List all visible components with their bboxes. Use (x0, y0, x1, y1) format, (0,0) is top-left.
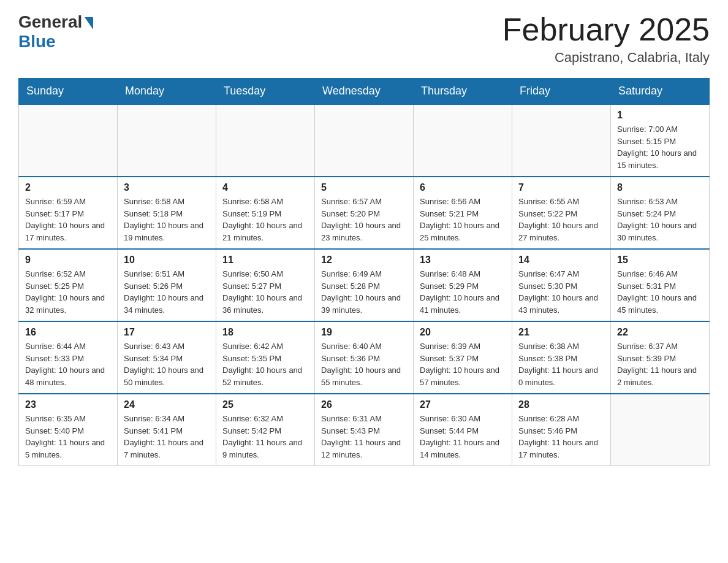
title-section: February 2025 Capistrano, Calabria, Ital… (502, 12, 710, 66)
calendar-header-row: SundayMondayTuesdayWednesdayThursdayFrid… (19, 79, 710, 105)
day-info: Sunrise: 6:34 AMSunset: 5:41 PMDaylight:… (124, 413, 210, 461)
calendar-cell (216, 104, 315, 177)
day-info: Sunrise: 6:30 AMSunset: 5:44 PMDaylight:… (420, 413, 506, 461)
day-info: Sunrise: 6:44 AMSunset: 5:33 PMDaylight:… (25, 340, 111, 388)
logo-general-text: General (18, 12, 82, 32)
day-number: 5 (321, 182, 407, 193)
page-header: General Blue February 2025 Capistrano, C… (18, 12, 710, 66)
calendar-cell: 23Sunrise: 6:35 AMSunset: 5:40 PMDayligh… (19, 394, 118, 466)
day-number: 25 (222, 399, 308, 410)
day-number: 20 (420, 327, 506, 338)
calendar-cell (315, 104, 414, 177)
calendar-cell: 28Sunrise: 6:28 AMSunset: 5:46 PMDayligh… (512, 394, 611, 466)
calendar-cell: 5Sunrise: 6:57 AMSunset: 5:20 PMDaylight… (315, 177, 414, 249)
day-info: Sunrise: 6:59 AMSunset: 5:17 PMDaylight:… (25, 196, 111, 243)
day-number: 28 (518, 399, 604, 410)
day-number: 6 (420, 182, 506, 193)
calendar-week-row: 23Sunrise: 6:35 AMSunset: 5:40 PMDayligh… (19, 394, 710, 466)
location-text: Capistrano, Calabria, Italy (502, 50, 710, 66)
day-number: 11 (222, 255, 308, 266)
calendar-cell: 15Sunrise: 6:46 AMSunset: 5:31 PMDayligh… (611, 249, 710, 321)
day-number: 24 (124, 399, 210, 410)
calendar-cell: 21Sunrise: 6:38 AMSunset: 5:38 PMDayligh… (512, 321, 611, 394)
calendar-cell: 17Sunrise: 6:43 AMSunset: 5:34 PMDayligh… (118, 321, 216, 394)
day-info: Sunrise: 7:00 AMSunset: 5:15 PMDaylight:… (617, 123, 703, 171)
day-number: 4 (222, 182, 308, 193)
day-number: 19 (321, 327, 407, 338)
day-number: 15 (617, 255, 703, 266)
calendar-cell: 11Sunrise: 6:50 AMSunset: 5:27 PMDayligh… (216, 249, 315, 321)
calendar-cell: 26Sunrise: 6:31 AMSunset: 5:43 PMDayligh… (315, 394, 414, 466)
calendar-cell: 24Sunrise: 6:34 AMSunset: 5:41 PMDayligh… (118, 394, 216, 466)
calendar-week-row: 2Sunrise: 6:59 AMSunset: 5:17 PMDaylight… (19, 177, 710, 249)
calendar-cell: 12Sunrise: 6:49 AMSunset: 5:28 PMDayligh… (315, 249, 414, 321)
calendar-cell (19, 104, 118, 177)
calendar-cell: 20Sunrise: 6:39 AMSunset: 5:37 PMDayligh… (414, 321, 512, 394)
calendar-cell: 8Sunrise: 6:53 AMSunset: 5:24 PMDaylight… (611, 177, 710, 249)
day-info: Sunrise: 6:42 AMSunset: 5:35 PMDaylight:… (222, 340, 308, 388)
day-info: Sunrise: 6:40 AMSunset: 5:36 PMDaylight:… (321, 340, 407, 388)
calendar-cell: 7Sunrise: 6:55 AMSunset: 5:22 PMDaylight… (512, 177, 611, 249)
day-info: Sunrise: 6:58 AMSunset: 5:18 PMDaylight:… (124, 196, 210, 243)
day-number: 27 (420, 399, 506, 410)
day-info: Sunrise: 6:48 AMSunset: 5:29 PMDaylight:… (420, 268, 506, 316)
day-number: 10 (124, 255, 210, 266)
day-info: Sunrise: 6:47 AMSunset: 5:30 PMDaylight:… (518, 268, 604, 316)
calendar-table: SundayMondayTuesdayWednesdayThursdayFrid… (18, 78, 710, 466)
day-number: 17 (124, 327, 210, 338)
calendar-cell: 19Sunrise: 6:40 AMSunset: 5:36 PMDayligh… (315, 321, 414, 394)
logo-blue-text: Blue (18, 32, 56, 52)
day-number: 2 (25, 182, 111, 193)
calendar-cell: 14Sunrise: 6:47 AMSunset: 5:30 PMDayligh… (512, 249, 611, 321)
calendar-cell: 1Sunrise: 7:00 AMSunset: 5:15 PMDaylight… (611, 104, 710, 177)
day-info: Sunrise: 6:38 AMSunset: 5:38 PMDaylight:… (518, 340, 604, 388)
calendar-cell: 4Sunrise: 6:58 AMSunset: 5:19 PMDaylight… (216, 177, 315, 249)
day-number: 8 (617, 182, 703, 193)
day-info: Sunrise: 6:39 AMSunset: 5:37 PMDaylight:… (420, 340, 506, 388)
day-number: 12 (321, 255, 407, 266)
day-info: Sunrise: 6:37 AMSunset: 5:39 PMDaylight:… (617, 340, 703, 388)
day-info: Sunrise: 6:51 AMSunset: 5:26 PMDaylight:… (124, 268, 210, 316)
day-number: 23 (25, 399, 111, 410)
day-info: Sunrise: 6:46 AMSunset: 5:31 PMDaylight:… (617, 268, 703, 316)
day-number: 14 (518, 255, 604, 266)
day-info: Sunrise: 6:43 AMSunset: 5:34 PMDaylight:… (124, 340, 210, 388)
day-number: 26 (321, 399, 407, 410)
day-info: Sunrise: 6:53 AMSunset: 5:24 PMDaylight:… (617, 196, 703, 243)
calendar-cell: 16Sunrise: 6:44 AMSunset: 5:33 PMDayligh… (19, 321, 118, 394)
day-info: Sunrise: 6:57 AMSunset: 5:20 PMDaylight:… (321, 196, 407, 243)
weekday-header-wednesday: Wednesday (315, 79, 414, 105)
calendar-cell: 3Sunrise: 6:58 AMSunset: 5:18 PMDaylight… (118, 177, 216, 249)
day-info: Sunrise: 6:52 AMSunset: 5:25 PMDaylight:… (25, 268, 111, 316)
calendar-cell (414, 104, 512, 177)
day-number: 7 (518, 182, 604, 193)
calendar-cell: 25Sunrise: 6:32 AMSunset: 5:42 PMDayligh… (216, 394, 315, 466)
day-number: 13 (420, 255, 506, 266)
day-number: 16 (25, 327, 111, 338)
day-number: 21 (518, 327, 604, 338)
calendar-cell: 10Sunrise: 6:51 AMSunset: 5:26 PMDayligh… (118, 249, 216, 321)
calendar-cell: 9Sunrise: 6:52 AMSunset: 5:25 PMDaylight… (19, 249, 118, 321)
day-info: Sunrise: 6:31 AMSunset: 5:43 PMDaylight:… (321, 413, 407, 461)
calendar-cell: 22Sunrise: 6:37 AMSunset: 5:39 PMDayligh… (611, 321, 710, 394)
calendar-cell (512, 104, 611, 177)
calendar-cell: 13Sunrise: 6:48 AMSunset: 5:29 PMDayligh… (414, 249, 512, 321)
calendar-cell: 27Sunrise: 6:30 AMSunset: 5:44 PMDayligh… (414, 394, 512, 466)
calendar-week-row: 1Sunrise: 7:00 AMSunset: 5:15 PMDaylight… (19, 104, 710, 177)
calendar-week-row: 16Sunrise: 6:44 AMSunset: 5:33 PMDayligh… (19, 321, 710, 394)
calendar-cell: 18Sunrise: 6:42 AMSunset: 5:35 PMDayligh… (216, 321, 315, 394)
weekday-header-saturday: Saturday (611, 79, 710, 105)
day-number: 22 (617, 327, 703, 338)
day-number: 1 (617, 110, 703, 121)
day-info: Sunrise: 6:28 AMSunset: 5:46 PMDaylight:… (518, 413, 604, 461)
day-info: Sunrise: 6:49 AMSunset: 5:28 PMDaylight:… (321, 268, 407, 316)
logo: General Blue (18, 12, 93, 52)
weekday-header-sunday: Sunday (19, 79, 118, 105)
weekday-header-monday: Monday (118, 79, 216, 105)
day-info: Sunrise: 6:58 AMSunset: 5:19 PMDaylight:… (222, 196, 308, 243)
calendar-cell (118, 104, 216, 177)
day-number: 18 (222, 327, 308, 338)
calendar-cell: 2Sunrise: 6:59 AMSunset: 5:17 PMDaylight… (19, 177, 118, 249)
day-info: Sunrise: 6:50 AMSunset: 5:27 PMDaylight:… (222, 268, 308, 316)
month-year-title: February 2025 (502, 12, 710, 47)
